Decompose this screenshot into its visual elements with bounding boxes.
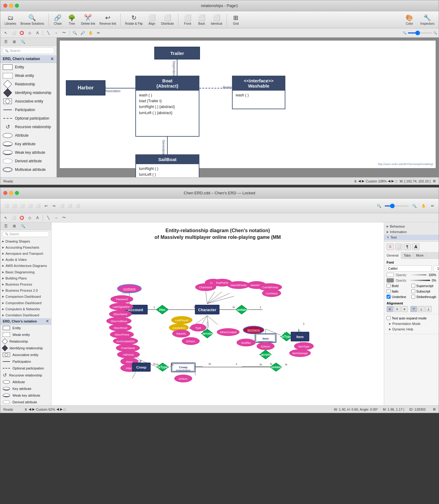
s2-audio[interactable]: ▶ Audio & Video bbox=[0, 257, 51, 263]
align-button[interactable]: ⬜ Align bbox=[145, 13, 159, 27]
reverse-link-button[interactable]: ↩ Reverse link bbox=[98, 13, 118, 27]
s2-aws[interactable]: ▶ AWS Architecture Diagrams bbox=[0, 263, 51, 269]
color-swatch-white[interactable] bbox=[387, 273, 394, 277]
sidebar-section-erd[interactable]: ERD, Chen's notation ✕ bbox=[0, 55, 56, 63]
t2-btn8[interactable]: ⬜ bbox=[58, 202, 66, 210]
s2-erd-header[interactable]: ERD, Chen's notation ✕ bbox=[0, 318, 51, 325]
s2-aerospace[interactable]: ▶ Aerospace and Transport bbox=[0, 250, 51, 257]
tab-more[interactable]: More bbox=[413, 252, 426, 258]
align-left-btn[interactable]: ≡ bbox=[387, 306, 393, 312]
sidebar-item-assoc-entity[interactable]: Associative entity bbox=[0, 97, 56, 106]
t2-line[interactable]: ╲ bbox=[45, 214, 52, 221]
align-bottom-btn[interactable]: ⊥ bbox=[425, 306, 432, 312]
dynamic-help-item[interactable]: ▶ Dynamic Help bbox=[387, 326, 436, 332]
s2-computers[interactable]: ▶ Computers & Networks bbox=[0, 306, 51, 312]
boat-box[interactable]: Boat{Abstract} wash ( ) load (Trailer t)… bbox=[135, 76, 199, 137]
canvas-1[interactable]: Trailer Dependency Harbor * Association … bbox=[57, 38, 439, 177]
t2-btn6[interactable]: ↩ bbox=[42, 202, 50, 210]
front-button[interactable]: ⬜ Front bbox=[181, 13, 194, 27]
s2-correlation[interactable]: ▶ Correlation Dashboard bbox=[0, 312, 51, 318]
s2-key-attr[interactable]: Key attribute bbox=[0, 385, 51, 392]
align-right-btn[interactable]: ≡ bbox=[401, 306, 408, 312]
s2-rel[interactable]: Relationship bbox=[0, 338, 51, 345]
sidebar-search-box-1[interactable]: 🔍 Search bbox=[2, 47, 55, 54]
tab-general[interactable]: General bbox=[384, 252, 401, 259]
rotate-button[interactable]: ↻ Rotate & Flip bbox=[123, 13, 145, 27]
strikethrough-checkbox[interactable] bbox=[411, 295, 415, 299]
t2-btn3[interactable]: ⬜ bbox=[19, 202, 26, 210]
sidebar-grid-btn[interactable]: ⊞ bbox=[11, 38, 18, 45]
w2-next[interactable]: ▶ bbox=[32, 407, 35, 411]
prev-icon[interactable]: ◀ bbox=[358, 179, 361, 183]
pointer-tool[interactable]: ↖ bbox=[2, 29, 9, 37]
arrow-tool[interactable]: → bbox=[52, 29, 60, 37]
align-center-btn[interactable]: ≡ bbox=[394, 306, 401, 312]
s2-basic[interactable]: ▶ Basic Diagramming bbox=[0, 269, 51, 275]
next-icon[interactable]: ▶ bbox=[362, 179, 364, 183]
s2-drawing-shapes[interactable]: ▶ Drawing Shapes bbox=[0, 238, 51, 244]
bold-format-btn[interactable]: A bbox=[412, 243, 419, 250]
trailer-box[interactable]: Trailer bbox=[154, 47, 200, 59]
pen-tool[interactable]: ✏ bbox=[95, 29, 102, 37]
sidebar-item-recursive-rel[interactable]: ↺ Recursive relationship bbox=[0, 123, 56, 131]
erd-canvas[interactable]: Entity-relationship diagram (Chen's nota… bbox=[52, 222, 384, 405]
harbor-box[interactable]: Harbor bbox=[66, 80, 105, 95]
t2-text[interactable]: A bbox=[34, 214, 41, 221]
s2-composition[interactable]: ▶ Composition Dashboard bbox=[0, 300, 51, 306]
s2-derived[interactable]: Derived attribute bbox=[0, 399, 51, 405]
sidebar-item-derived-attr[interactable]: Derived attribute bbox=[0, 157, 56, 165]
sidebar-item-weak-key-attr[interactable]: Weak key attribute bbox=[0, 148, 56, 157]
maximize-button-2[interactable] bbox=[15, 191, 19, 195]
zoom-slider[interactable] bbox=[408, 32, 432, 34]
sidebar-list-btn[interactable]: ☰ bbox=[2, 38, 9, 45]
diamond-tool[interactable]: ◇ bbox=[26, 29, 33, 37]
s2-erd-close[interactable]: ✕ bbox=[46, 319, 49, 323]
t2-arrow[interactable]: → bbox=[52, 214, 60, 221]
s2-weak-entity[interactable]: Weak entity bbox=[0, 331, 51, 338]
bold-checkbox[interactable] bbox=[387, 284, 391, 288]
sidebar-item-relationship[interactable]: Relationship bbox=[0, 80, 56, 88]
s2-assoc-entity[interactable]: Associative entity bbox=[0, 351, 51, 358]
w2-nav-left[interactable]: ◀ bbox=[56, 407, 59, 411]
close-button-1[interactable] bbox=[3, 4, 7, 8]
s2-comparison[interactable]: ▶ Comparison Dashboard bbox=[0, 293, 51, 300]
resize-grip-2[interactable]: ⊞ bbox=[433, 407, 436, 411]
sidebar-item-weak-entity[interactable]: Weak entity bbox=[0, 71, 56, 80]
tree-button[interactable]: 🌳 Tree bbox=[65, 13, 79, 27]
browse-button[interactable]: 🔍 Browse Solutions bbox=[19, 13, 46, 27]
zoom-in-tool[interactable]: 🔍 bbox=[71, 29, 78, 37]
rect-tool[interactable]: ⬜ bbox=[10, 29, 17, 37]
italic-checkbox[interactable] bbox=[387, 289, 391, 293]
maximize-button-1[interactable] bbox=[15, 4, 19, 8]
color-button[interactable]: 🎨 Color bbox=[403, 13, 416, 27]
s2-grid-btn[interactable]: ⊞ bbox=[11, 222, 18, 230]
s2-building[interactable]: ▶ Building Plans bbox=[0, 275, 51, 281]
curve-tool[interactable]: 〜 bbox=[60, 29, 68, 37]
tab-tabs[interactable]: Tabs bbox=[401, 252, 413, 258]
w2-expand[interactable]: □ bbox=[64, 408, 66, 411]
t2-btn4[interactable]: ⬜ bbox=[27, 202, 34, 210]
line-tool[interactable]: ╲ bbox=[45, 29, 52, 37]
nav-expand[interactable]: □ bbox=[395, 179, 397, 183]
opacity-slider-1[interactable] bbox=[409, 274, 427, 275]
identical-button[interactable]: ⬜ Identical bbox=[209, 13, 224, 27]
underline-checkbox[interactable] bbox=[387, 295, 391, 299]
superscript-checkbox[interactable] bbox=[411, 284, 415, 288]
sidebar-item-key-attr[interactable]: Key attribute bbox=[0, 140, 56, 148]
t2-btn2[interactable]: ⬜ bbox=[11, 202, 18, 210]
sailboat-box[interactable]: SailBoat turnRight ( ) turnLeft ( ) bbox=[135, 154, 199, 177]
t2-rect[interactable]: ⬜ bbox=[10, 214, 17, 221]
chain-button[interactable]: 🔗 Chain bbox=[51, 13, 65, 27]
sidebar-item-multivalue-attr[interactable]: Multivalue attribute bbox=[0, 165, 56, 174]
s2-weak-key[interactable]: Weak key attribute bbox=[0, 392, 51, 399]
distribute-button[interactable]: ⬜ Distribute bbox=[159, 13, 176, 27]
text-item[interactable]: ▼ Text bbox=[384, 235, 439, 240]
subscript-checkbox[interactable] bbox=[411, 289, 415, 293]
sidebar-close-icon[interactable]: ✕ bbox=[50, 56, 54, 61]
sidebar-item-entity[interactable]: Entity bbox=[0, 63, 56, 71]
minimize-button-2[interactable] bbox=[9, 191, 13, 195]
s2-business20[interactable]: ▶ Business Process 2.0 bbox=[0, 287, 51, 293]
s2-participation[interactable]: Participation bbox=[0, 358, 51, 365]
color-swatch-gray[interactable] bbox=[387, 278, 394, 283]
sidebar-item-participation[interactable]: Participation bbox=[0, 106, 56, 114]
